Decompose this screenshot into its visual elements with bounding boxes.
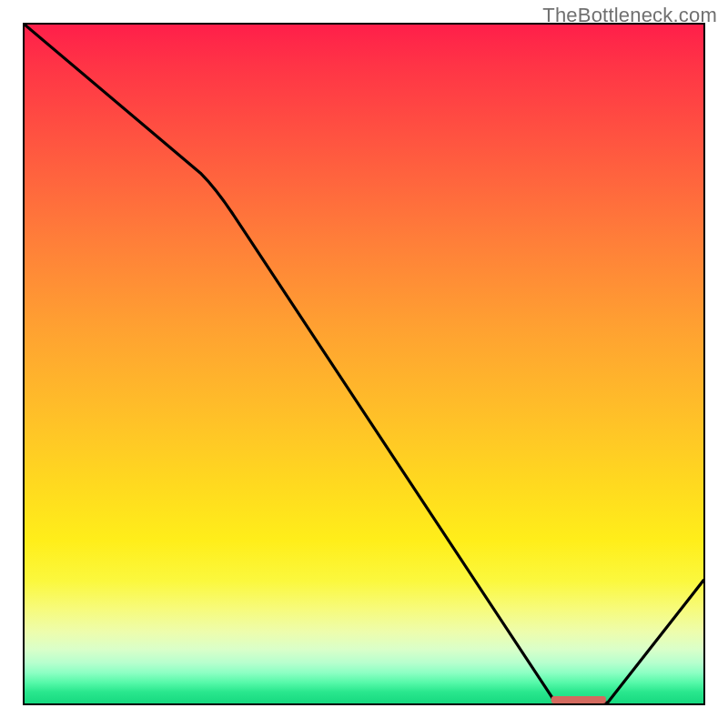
bottleneck-curve bbox=[25, 25, 703, 703]
watermark-text: TheBottleneck.com bbox=[542, 4, 717, 27]
minimum-marker bbox=[551, 696, 606, 703]
chart-svg bbox=[25, 25, 703, 703]
plot-area bbox=[23, 23, 705, 705]
